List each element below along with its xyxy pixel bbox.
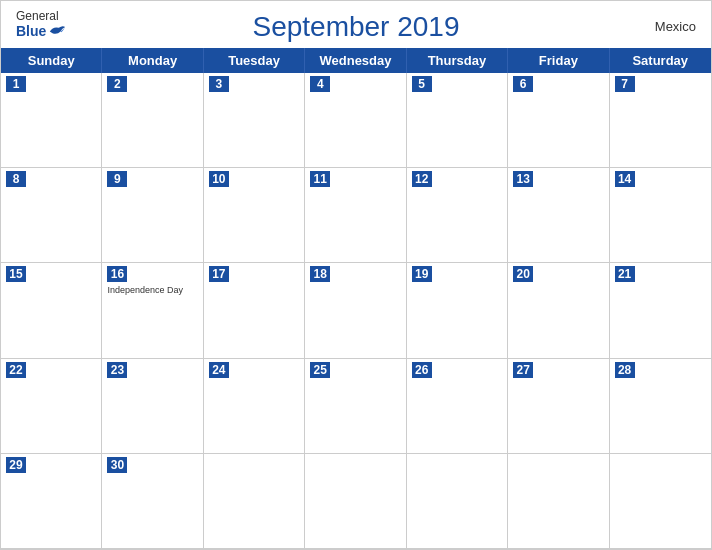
day-header-tuesday: Tuesday [204, 48, 305, 73]
day-cell: 20 [508, 263, 609, 358]
day-cell: 22 [1, 359, 102, 454]
day-cell: 15 [1, 263, 102, 358]
day-cell [407, 454, 508, 549]
day-number: 22 [6, 362, 26, 378]
logo-bird-icon [48, 24, 66, 38]
calendar-header: General Blue September 2019 Mexico [1, 1, 711, 48]
day-cell: 24 [204, 359, 305, 454]
day-number [513, 457, 533, 473]
event-text: Independence Day [107, 285, 197, 295]
day-number: 24 [209, 362, 229, 378]
day-cell: 21 [610, 263, 711, 358]
day-number: 23 [107, 362, 127, 378]
day-cell: 9 [102, 168, 203, 263]
day-header-wednesday: Wednesday [305, 48, 406, 73]
day-number: 7 [615, 76, 635, 92]
day-number: 9 [107, 171, 127, 187]
day-headers-row: SundayMondayTuesdayWednesdayThursdayFrid… [1, 48, 711, 73]
day-cell: 3 [204, 73, 305, 168]
day-number: 2 [107, 76, 127, 92]
day-cell: 26 [407, 359, 508, 454]
day-number: 13 [513, 171, 533, 187]
day-cell: 4 [305, 73, 406, 168]
day-number: 27 [513, 362, 533, 378]
day-cell: 12 [407, 168, 508, 263]
day-number: 14 [615, 171, 635, 187]
day-number: 21 [615, 266, 635, 282]
day-number: 28 [615, 362, 635, 378]
logo: General Blue [16, 9, 66, 39]
day-cell: 17 [204, 263, 305, 358]
day-number [412, 457, 432, 473]
day-cell: 19 [407, 263, 508, 358]
day-number: 10 [209, 171, 229, 187]
day-number: 25 [310, 362, 330, 378]
day-number: 3 [209, 76, 229, 92]
day-number: 16 [107, 266, 127, 282]
day-cell: 25 [305, 359, 406, 454]
day-number: 5 [412, 76, 432, 92]
day-number [310, 457, 330, 473]
country-label: Mexico [655, 19, 696, 34]
day-cell: 27 [508, 359, 609, 454]
day-cell: 29 [1, 454, 102, 549]
day-number: 29 [6, 457, 26, 473]
day-number: 8 [6, 171, 26, 187]
day-number: 17 [209, 266, 229, 282]
day-cell: 16Independence Day [102, 263, 203, 358]
calendar-grid: 12345678910111213141516Independence Day1… [1, 73, 711, 549]
day-number: 18 [310, 266, 330, 282]
day-cell [508, 454, 609, 549]
logo-blue: Blue [16, 23, 66, 39]
logo-general: General [16, 9, 59, 23]
day-header-thursday: Thursday [407, 48, 508, 73]
day-number: 19 [412, 266, 432, 282]
day-cell: 30 [102, 454, 203, 549]
day-number: 30 [107, 457, 127, 473]
day-cell [610, 454, 711, 549]
calendar: General Blue September 2019 Mexico Sunda… [0, 0, 712, 550]
day-cell [305, 454, 406, 549]
day-cell: 6 [508, 73, 609, 168]
day-number: 11 [310, 171, 330, 187]
day-number: 1 [6, 76, 26, 92]
day-number: 26 [412, 362, 432, 378]
day-header-saturday: Saturday [610, 48, 711, 73]
day-number: 15 [6, 266, 26, 282]
day-cell: 5 [407, 73, 508, 168]
day-header-friday: Friday [508, 48, 609, 73]
day-cell: 11 [305, 168, 406, 263]
day-cell: 18 [305, 263, 406, 358]
day-cell: 14 [610, 168, 711, 263]
day-number [209, 457, 229, 473]
day-number: 12 [412, 171, 432, 187]
day-number: 20 [513, 266, 533, 282]
day-number: 6 [513, 76, 533, 92]
day-cell: 2 [102, 73, 203, 168]
day-header-monday: Monday [102, 48, 203, 73]
month-title: September 2019 [252, 11, 459, 43]
day-cell: 8 [1, 168, 102, 263]
day-header-sunday: Sunday [1, 48, 102, 73]
day-cell: 13 [508, 168, 609, 263]
day-cell: 23 [102, 359, 203, 454]
day-cell: 10 [204, 168, 305, 263]
day-cell [204, 454, 305, 549]
day-cell: 1 [1, 73, 102, 168]
day-cell: 28 [610, 359, 711, 454]
day-number [615, 457, 635, 473]
day-number: 4 [310, 76, 330, 92]
day-cell: 7 [610, 73, 711, 168]
